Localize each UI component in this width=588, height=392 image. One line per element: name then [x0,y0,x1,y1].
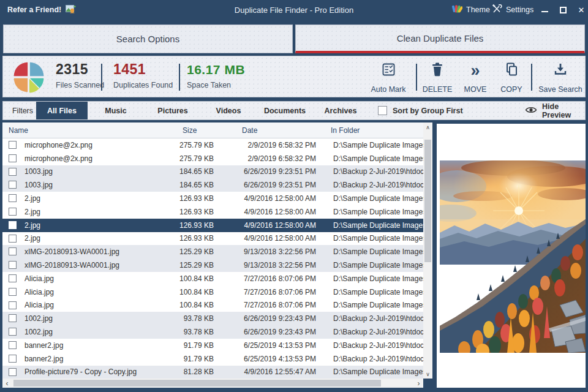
cell-date: 4/9/2016 12:58:00 AM [223,232,316,246]
space-taken-label: Space Taken [187,81,231,89]
table-row[interactable]: Alicia.jpg 100.84 KB 7/27/2016 8:07:06 P… [2,299,423,312]
row-checkbox[interactable] [9,181,17,189]
table-row[interactable]: Alicia.jpg 100.84 KB 7/27/2016 8:07:06 P… [2,285,423,299]
cell-folder: D:\Backup 2-Jul-2019\htdocs\ [333,352,423,366]
filter-all-files[interactable]: All Files [36,102,88,119]
cell-name: banner2.jpg [24,339,162,352]
table-row[interactable]: 2.jpg 126.93 KB 4/9/2016 12:58:00 AM D:\… [2,219,423,232]
table-row[interactable]: xIMG-20180913-WA0001.jpg 125.29 KB 9/13/… [2,258,423,272]
cell-size: 91.79 KB [156,352,214,366]
row-checkbox[interactable] [9,247,17,255]
row-checkbox[interactable] [9,328,17,336]
table-row[interactable]: xIMG-20180913-WA0001.jpg 125.29 KB 9/13/… [2,245,423,258]
horizontal-scrollbar[interactable]: ‹ › [2,379,423,388]
auto-mark-button[interactable]: Auto Mark [366,61,411,95]
cell-size: 81.28 KB [156,366,214,379]
delete-button[interactable]: DELETE [420,61,455,95]
title-bar: Refer a Friend! Duplicate File Finder - … [0,0,588,20]
cell-size: 100.84 KB [156,272,214,285]
table-row[interactable]: 2.jpg 126.93 KB 4/9/2016 12:58:00 AM D:\… [2,192,423,205]
cell-name: 1002.jpg [24,325,162,339]
filter-music[interactable]: Music [94,102,138,119]
row-checkbox[interactable] [9,274,17,282]
table-row[interactable]: 2.jpg 126.93 KB 4/9/2016 12:58:00 AM D:\… [2,232,423,246]
row-checkbox[interactable] [9,368,17,376]
row-checkbox[interactable] [9,168,17,176]
row-checkbox[interactable] [9,194,17,202]
close-button[interactable]: ✕ [572,0,588,20]
preview-panel [437,124,586,388]
filter-documents[interactable]: Documents [262,102,308,119]
row-checkbox[interactable] [9,235,17,243]
cell-date: 6/26/2019 9:23:51 PM [223,165,316,179]
scroll-down-icon[interactable]: ∨ [423,369,432,379]
row-checkbox[interactable] [9,355,17,363]
cell-date: 7/27/2016 8:07:06 PM [223,272,316,285]
theme-button[interactable]: Theme [452,0,490,20]
tab-search-options-label: Search Options [116,34,179,44]
row-checkbox[interactable] [9,341,17,349]
cell-folder: D:\Sample Duplicate Images\ [333,366,423,379]
sort-by-group-checkbox[interactable] [378,106,387,115]
cell-folder: D:\Sample Duplicate Images\ [333,205,423,219]
row-checkbox[interactable] [9,221,17,229]
column-header-name[interactable]: Name [9,123,28,138]
settings-button[interactable]: Settings [491,0,533,20]
table-row[interactable]: 1002.jpg 93.78 KB 6/26/2019 9:23:43 PM D… [2,325,423,339]
app-window: Refer a Friend! Duplicate File Finder - … [0,0,588,392]
row-checkbox[interactable] [9,261,17,269]
cell-name: xIMG-20180913-WA0001.jpg [24,258,162,272]
cell-name: Alicia.jpg [24,285,162,299]
table-row[interactable]: microphone@2x.png 275.79 KB 2/9/2019 6:5… [2,152,423,165]
cell-date: 4/9/2016 12:55:47 AM [223,366,316,379]
files-scanned-label: Files Scanned [56,81,104,89]
tab-clean-duplicate-files[interactable]: Clean Duplicate Files [295,24,585,53]
table-row[interactable]: Profile-picture79 - Copy - Copy.jpg 81.2… [2,366,423,379]
hide-preview-button[interactable]: Hide Preview [525,102,585,119]
save-search-button[interactable]: Save Search [536,61,585,95]
cell-folder: D:\Backup 2-Jul-2019\htdocs\ [333,165,423,179]
filter-archives[interactable]: Archives [318,102,363,119]
row-checkbox[interactable] [9,208,17,216]
table-row[interactable]: banner2.jpg 91.79 KB 6/25/2019 4:13:53 P… [2,339,423,352]
vertical-scrollbar[interactable]: ∧ ∨ [423,123,432,379]
cell-folder: D:\Sample Duplicate Images\ [333,152,423,165]
table-row[interactable]: 1002.jpg 93.78 KB 6/26/2019 9:23:43 PM D… [2,312,423,325]
cell-folder: D:\Backup 2-Jul-2019\htdocs\ [333,178,423,192]
maximize-button[interactable] [554,0,572,20]
scroll-up-icon[interactable]: ∧ [423,123,432,132]
trash-icon [431,61,444,77]
scroll-left-icon[interactable]: ‹ [2,379,12,388]
minimize-button[interactable] [535,0,554,20]
horizontal-scroll-thumb[interactable] [13,380,381,386]
divider [416,64,417,91]
tab-search-options[interactable]: Search Options [3,24,293,53]
filter-pictures[interactable]: Pictures [150,102,195,119]
table-row[interactable]: 2.jpg 126.93 KB 4/9/2016 12:58:00 AM D:\… [2,205,423,219]
vertical-scroll-thumb[interactable] [424,140,431,262]
cell-name: Profile-picture79 - Copy - Copy.jpg [24,366,162,379]
row-checkbox[interactable] [9,154,17,162]
copy-icon [505,61,518,77]
table-row[interactable]: 1003.jpg 184.65 KB 6/26/2019 9:23:51 PM … [2,178,423,192]
column-header-in-folder[interactable]: In Folder [331,123,360,138]
move-button[interactable]: » MOVE [458,61,493,95]
cell-size: 93.78 KB [156,312,214,325]
column-header-size[interactable]: Size [183,123,197,138]
cell-name: Alicia.jpg [24,299,162,312]
table-row[interactable]: 1003.jpg 184.65 KB 6/26/2019 9:23:51 PM … [2,165,423,179]
row-checkbox[interactable] [9,314,17,322]
column-header-date[interactable]: Date [242,123,257,138]
row-checkbox[interactable] [9,288,17,296]
table-row[interactable]: banner2.jpg 91.79 KB 6/25/2019 4:13:53 P… [2,352,423,366]
cell-size: 125.29 KB [156,258,214,272]
table-row[interactable]: Alicia.jpg 100.84 KB 7/27/2016 8:07:06 P… [2,272,423,285]
copy-button[interactable]: COPY [494,61,529,95]
row-checkbox[interactable] [9,141,17,149]
cell-size: 100.84 KB [156,299,214,312]
scroll-right-icon[interactable]: › [414,379,423,388]
table-row[interactable]: microphone@2x.png 275.79 KB 2/9/2019 6:5… [2,138,423,152]
row-checkbox[interactable] [9,301,17,309]
space-taken-value: 16.17 MB [187,62,245,77]
filter-videos[interactable]: Videos [208,102,249,119]
